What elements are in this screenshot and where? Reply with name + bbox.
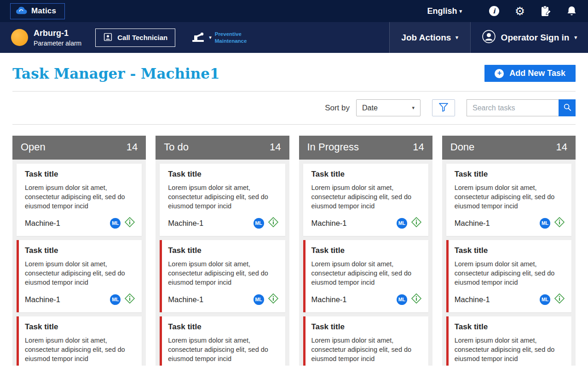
task-card[interactable]: Task title Lorem ipsum dolor sit amet, c…: [446, 316, 571, 366]
machine-status-bar: Arburg-1 Parameter alarm Call Technician…: [0, 22, 588, 53]
task-card[interactable]: Task title Lorem ipsum dolor sit amet, c…: [160, 164, 285, 236]
page-title: Task Manager - Machine1: [12, 65, 220, 82]
tasks-icon[interactable]: [539, 5, 552, 17]
priority-diamond-icon: [554, 217, 565, 229]
task-card[interactable]: Task title Lorem ipsum dolor sit amet, c…: [17, 164, 142, 236]
task-footer: Machine-1 ML: [455, 217, 565, 229]
column-count: 14: [413, 141, 424, 153]
priority-diamond-icon: [268, 217, 279, 229]
kanban-board: Open 14 Task title Lorem ipsum dolor sit…: [12, 136, 576, 366]
task-footer: Machine-1 ML: [25, 293, 135, 306]
sort-select[interactable]: Date ▾: [356, 99, 421, 116]
ml-badge: ML: [397, 294, 407, 305]
logo-text: Matics: [31, 6, 56, 16]
column-body: Task title Lorem ipsum dolor sit amet, c…: [156, 160, 289, 366]
ml-badge: ML: [110, 294, 121, 305]
preventive-maintenance[interactable]: ▾ Preventive Maintenance: [191, 30, 247, 45]
task-title: Task title: [168, 322, 278, 332]
task-title: Task title: [25, 322, 135, 332]
column-count: 14: [270, 141, 281, 153]
task-machine: Machine-1: [455, 295, 490, 304]
task-card[interactable]: Task title Lorem ipsum dolor sit amet, c…: [303, 240, 428, 312]
machine-icon: [191, 30, 206, 45]
column-header: In Progress 14: [299, 136, 432, 160]
column-title: Open: [21, 141, 46, 153]
info-icon[interactable]: i: [488, 5, 501, 17]
task-badges: ML: [540, 217, 565, 229]
search-input[interactable]: [467, 99, 559, 116]
task-description: Lorem ipsum dolor sit amet, consectetur …: [168, 336, 278, 363]
ml-badge: ML: [254, 294, 264, 305]
settings-icon[interactable]: ⚙: [513, 5, 526, 17]
column-body: Task title Lorem ipsum dolor sit amet, c…: [442, 160, 576, 366]
job-actions-menu[interactable]: Job Actions ▾: [389, 22, 470, 53]
top-navigation-bar: Matics English ▾ i ⚙: [0, 0, 588, 22]
add-new-task-button[interactable]: + Add New Task: [484, 65, 576, 82]
task-badges: ML: [397, 293, 422, 306]
task-description: Lorem ipsum dolor sit amet, consectetur …: [25, 336, 135, 363]
task-description: Lorem ipsum dolor sit amet, consectetur …: [455, 336, 565, 363]
chevron-down-icon: ▾: [412, 105, 415, 110]
column-title: In Progress: [307, 141, 359, 153]
technician-badge-icon: [103, 32, 113, 43]
priority-diamond-icon: [124, 217, 135, 229]
task-description: Lorem ipsum dolor sit amet, consectetur …: [168, 183, 278, 211]
chevron-down-icon: ▾: [459, 9, 462, 14]
task-card[interactable]: Task title Lorem ipsum dolor sit amet, c…: [160, 316, 285, 366]
column-title: To do: [164, 141, 189, 153]
task-description: Lorem ipsum dolor sit amet, consectetur …: [455, 183, 565, 211]
task-card[interactable]: Task title Lorem ipsum dolor sit amet, c…: [446, 164, 571, 236]
kanban-column: Open 14 Task title Lorem ipsum dolor sit…: [12, 136, 146, 366]
task-description: Lorem ipsum dolor sit amet, consectetur …: [25, 183, 135, 211]
task-title: Task title: [311, 170, 422, 179]
filter-button[interactable]: [432, 99, 455, 116]
language-selector[interactable]: English ▾: [427, 6, 462, 16]
task-description: Lorem ipsum dolor sit amet, consectetur …: [311, 183, 422, 211]
task-card[interactable]: Task title Lorem ipsum dolor sit amet, c…: [446, 240, 571, 312]
call-technician-button[interactable]: Call Technician: [95, 29, 175, 47]
task-card[interactable]: Task title Lorem ipsum dolor sit amet, c…: [160, 240, 285, 312]
operator-sign-in-menu[interactable]: Operator Sign in ▾: [470, 22, 588, 53]
task-card[interactable]: Task title Lorem ipsum dolor sit amet, c…: [17, 316, 142, 366]
notifications-icon[interactable]: [565, 5, 578, 17]
filter-icon: [438, 103, 449, 113]
task-card[interactable]: Task title Lorem ipsum dolor sit amet, c…: [17, 240, 142, 312]
ml-badge: ML: [254, 218, 264, 229]
task-card[interactable]: Task title Lorem ipsum dolor sit amet, c…: [303, 316, 428, 366]
search-button[interactable]: [559, 99, 576, 116]
search-icon: [563, 103, 571, 113]
task-title: Task title: [311, 322, 422, 332]
priority-diamond-icon: [411, 217, 422, 229]
task-description: Lorem ipsum dolor sit amet, consectetur …: [25, 259, 135, 287]
task-badges: ML: [254, 293, 279, 306]
ml-badge: ML: [540, 218, 550, 229]
board-toolbar: Sort by Date ▾: [12, 92, 576, 124]
sort-by-label: Sort by: [325, 103, 350, 113]
chevron-down-icon: ▾: [209, 35, 212, 40]
task-machine: Machine-1: [168, 295, 203, 304]
preventive-maintenance-label: Preventive Maintenance: [215, 31, 247, 45]
task-machine: Machine-1: [25, 295, 60, 304]
machine-name: Arburg-1: [34, 29, 81, 38]
task-title: Task title: [168, 246, 278, 255]
language-label: English: [427, 6, 457, 16]
task-footer: Machine-1 ML: [168, 217, 278, 229]
task-description: Lorem ipsum dolor sit amet, consectetur …: [311, 259, 422, 287]
task-card[interactable]: Task title Lorem ipsum dolor sit amet, c…: [303, 164, 428, 236]
sort-select-value: Date: [362, 104, 378, 112]
task-description: Lorem ipsum dolor sit amet, consectetur …: [455, 259, 565, 287]
task-footer: Machine-1 ML: [25, 217, 135, 229]
matics-logo[interactable]: Matics: [10, 3, 65, 19]
task-title: Task title: [455, 170, 565, 179]
priority-diamond-icon: [411, 293, 422, 306]
plus-icon: +: [495, 69, 504, 78]
task-manager-page: Task Manager - Machine1 + Add New Task S…: [0, 65, 588, 366]
priority-diamond-icon: [124, 293, 135, 306]
kanban-column: To do 14 Task title Lorem ipsum dolor si…: [156, 136, 289, 366]
search-group: [467, 99, 576, 116]
task-machine: Machine-1: [168, 219, 203, 228]
priority-diamond-icon: [554, 293, 565, 306]
task-title: Task title: [311, 246, 422, 255]
ml-badge: ML: [397, 218, 407, 229]
column-body: Task title Lorem ipsum dolor sit amet, c…: [12, 160, 146, 366]
